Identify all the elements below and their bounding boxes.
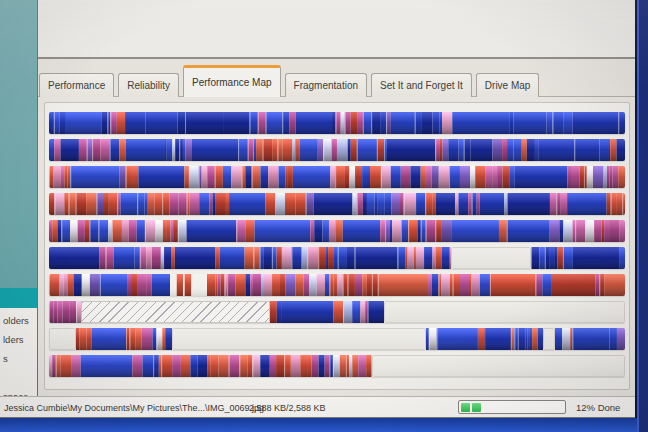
map-segment-stripes [76, 328, 172, 350]
map-segment-stripes [49, 112, 625, 134]
tab-reliability[interactable]: Reliability [118, 73, 179, 97]
tab-performance[interactable]: Performance [39, 73, 114, 97]
progress-bar [458, 400, 566, 414]
tab-label: Set It and Forget It [380, 80, 463, 91]
map-segment-stripes [207, 274, 625, 296]
map-segment-stripes [49, 193, 625, 215]
tab-strip: PerformanceReliabilityPerformance MapFra… [38, 59, 637, 97]
map-row-8 [49, 301, 625, 323]
screen: olderslderssspace PerformanceReliability… [0, 0, 648, 432]
defrag-window: PerformanceReliabilityPerformance MapFra… [38, 0, 637, 396]
tab-set-it-and-forget-it[interactable]: Set It and Forget It [371, 73, 472, 97]
map-segment-empty [384, 301, 625, 323]
map-segment-sparse [170, 274, 207, 296]
background-panel-item-3[interactable]: s [3, 349, 37, 368]
map-row-9 [49, 328, 625, 350]
map-segment-empty [543, 328, 556, 350]
map-segment-stripes [49, 139, 625, 161]
tab-performance-map[interactable]: Performance Map [183, 65, 280, 97]
map-segment-empty [172, 328, 426, 350]
background-panel-top [0, 0, 37, 288]
tab-drive-map[interactable]: Drive Map [476, 73, 540, 97]
block-map [44, 102, 630, 390]
map-segment-hatch [81, 301, 269, 323]
map-row-1 [49, 112, 625, 134]
background-panel-item-1[interactable]: olders [3, 311, 37, 330]
window-top-area [38, 0, 637, 59]
desktop-edge-bottom [0, 418, 637, 432]
map-segment-stripes [49, 301, 81, 323]
map-segment-stripes [49, 166, 625, 188]
status-file-size: 2,588 KB/2,588 KB [249, 403, 326, 413]
map-row-10 [49, 355, 625, 377]
map-segment-empty [451, 247, 530, 269]
map-segment-stripes [270, 301, 384, 323]
map-segment-stripes [531, 247, 625, 269]
background-window-panel: olderslderssspace [0, 0, 38, 396]
progress-cell [461, 403, 470, 412]
tab-label: Fragmentation [294, 80, 358, 91]
background-panel-item-4[interactable] [3, 368, 37, 387]
tab-fragmentation[interactable]: Fragmentation [285, 73, 367, 97]
map-segment-stripes [555, 328, 625, 350]
tab-label: Reliability [127, 80, 170, 91]
map-segment-stripes [49, 220, 625, 242]
map-segment-stripes [426, 328, 542, 350]
map-segment-empty [49, 328, 76, 350]
map-segment-stripes [49, 355, 372, 377]
background-panel-list: olderslderssspace [0, 308, 37, 406]
map-segment-stripes [49, 247, 451, 269]
map-segment-empty [372, 355, 625, 377]
tab-label: Drive Map [485, 80, 531, 91]
desktop-edge-right [635, 0, 648, 432]
map-row-3 [49, 166, 625, 188]
background-panel-item-2[interactable]: lders [3, 330, 37, 349]
tab-label: Performance [48, 80, 105, 91]
map-content-area [38, 97, 637, 396]
progress-cell [472, 403, 481, 412]
tab-label: Performance Map [192, 77, 271, 88]
map-row-2 [49, 139, 625, 161]
map-segment-stripes [49, 274, 170, 296]
map-row-4 [49, 193, 625, 215]
map-row-7 [49, 274, 625, 296]
background-panel-selected-row[interactable] [0, 288, 37, 308]
progress-label: 12% Done [576, 402, 620, 413]
status-bar: Jessica Cumbie\My Documents\My Pictures\… [0, 396, 637, 418]
map-row-6 [49, 247, 625, 269]
map-row-5 [49, 220, 625, 242]
status-file-path: Jessica Cumbie\My Documents\My Pictures\… [4, 403, 264, 413]
